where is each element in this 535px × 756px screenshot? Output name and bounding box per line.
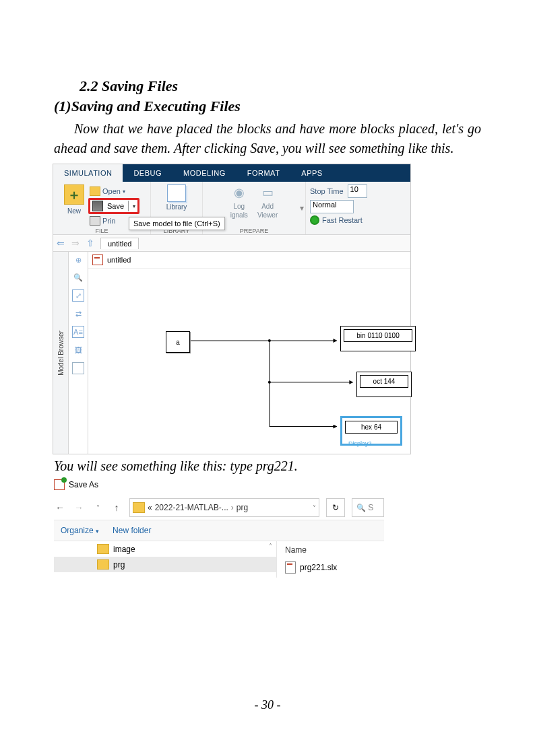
save-tooltip: Save model to file (Ctrl+S) bbox=[129, 217, 225, 230]
folder-tree: image ˄ prg bbox=[54, 541, 277, 578]
stoptime-input[interactable]: 10 bbox=[348, 184, 367, 198]
path-segment-2[interactable]: prg bbox=[237, 503, 248, 512]
body-paragraph-2: You will see something like this: type p… bbox=[54, 458, 481, 474]
sim-mode-select[interactable]: Normal bbox=[310, 200, 354, 213]
path-prefix: « bbox=[148, 503, 152, 512]
nav-up-icon[interactable]: ↑ bbox=[111, 502, 123, 513]
box-icon[interactable] bbox=[72, 362, 84, 374]
page-number: - 30 - bbox=[0, 698, 535, 712]
library-label: Library bbox=[166, 203, 187, 211]
new-label: New bbox=[67, 207, 81, 215]
fit-icon[interactable]: ⤢ bbox=[72, 289, 84, 302]
tab-apps[interactable]: APPS bbox=[290, 164, 333, 182]
ribbon: ＋ New Open ▾ Save ▾ bbox=[53, 182, 410, 235]
zoom-icon[interactable]: 🔍 bbox=[73, 272, 84, 283]
tab-modeling[interactable]: MODELING bbox=[172, 164, 237, 182]
chevron-down-icon[interactable]: ▾ bbox=[300, 203, 304, 213]
model-browser-sidebar[interactable]: Model Browser bbox=[53, 252, 69, 454]
model-canvas[interactable]: untitled a bin bbox=[88, 252, 410, 454]
tab-simulation[interactable]: SIMULATION bbox=[53, 164, 123, 182]
folder-icon bbox=[90, 186, 100, 196]
display-block-2[interactable]: oct 144 bbox=[356, 372, 412, 397]
save-disk-icon bbox=[92, 201, 103, 211]
annotation-icon[interactable]: A≡ bbox=[72, 326, 84, 338]
tree-item-label: prg bbox=[113, 560, 125, 570]
simulink-screenshot: SIMULATION DEBUG MODELING FORMAT APPS ＋ … bbox=[53, 164, 411, 454]
nav-back-icon[interactable]: ← bbox=[54, 502, 66, 513]
stoptime-label: Stop Time bbox=[310, 187, 344, 195]
organize-menu[interactable]: Organize ▾ bbox=[61, 526, 99, 535]
ribbon-tabstrip: SIMULATION DEBUG MODELING FORMAT APPS bbox=[53, 164, 410, 182]
svg-point-4 bbox=[268, 339, 271, 342]
nav-forward-icon: ⇒ bbox=[68, 238, 83, 248]
model-tab[interactable]: untitled bbox=[100, 238, 139, 249]
fast-restart-label[interactable]: Fast Restart bbox=[322, 216, 363, 224]
folder-icon bbox=[133, 502, 145, 513]
tree-item-prg[interactable]: prg bbox=[54, 557, 276, 572]
path-bar[interactable]: « 2022-21-MATLAB-... › prg ˅ bbox=[129, 498, 319, 517]
log-label-sub: ignals bbox=[230, 211, 248, 219]
add-label-sub: Viewer bbox=[257, 211, 278, 219]
display-block-1[interactable]: bin 0110 0100 bbox=[340, 326, 416, 351]
chevron-up-icon: ˄ bbox=[269, 543, 272, 550]
nav-back-icon[interactable]: ⇐ bbox=[53, 238, 68, 248]
chevron-down-icon[interactable]: ▾ bbox=[133, 203, 135, 209]
log-signals-icon[interactable]: ◉ bbox=[231, 184, 247, 201]
display-value-2: oct 144 bbox=[360, 375, 408, 388]
sub-heading: (1)Saving and Executing Files bbox=[54, 98, 481, 115]
save-as-title: Save As bbox=[69, 480, 98, 489]
svg-point-5 bbox=[268, 381, 271, 384]
refresh-button[interactable]: ↻ bbox=[326, 498, 345, 517]
add-label: Add bbox=[261, 203, 274, 210]
tab-debug[interactable]: DEBUG bbox=[123, 164, 172, 182]
tab-format[interactable]: FORMAT bbox=[237, 164, 291, 182]
model-file-icon bbox=[92, 254, 103, 265]
image-icon[interactable]: 🖼 bbox=[73, 345, 84, 355]
simulate-panel: Stop Time 10 Normal Fast Restart bbox=[306, 182, 371, 234]
chevron-down-icon[interactable]: ˅ bbox=[313, 504, 316, 512]
tree-item-label: image bbox=[113, 545, 135, 554]
library-icon[interactable] bbox=[167, 184, 186, 202]
nav-forward-icon: → bbox=[73, 502, 85, 513]
display-value-3: hex 64 bbox=[345, 421, 398, 434]
search-placeholder: S bbox=[368, 503, 373, 512]
log-label: Log bbox=[233, 203, 245, 210]
path-segment-1[interactable]: 2022-21-MATLAB-... bbox=[155, 503, 228, 512]
section-heading: 2.2 Saving Files bbox=[80, 77, 481, 95]
display-value-1: bin 0110 0100 bbox=[344, 329, 412, 342]
save-as-icon bbox=[54, 479, 65, 490]
constant-block[interactable]: a bbox=[166, 331, 190, 353]
new-file-icon[interactable]: ＋ bbox=[64, 184, 84, 205]
new-folder-button[interactable]: New folder bbox=[113, 526, 151, 535]
display-block-3-label: Display2 bbox=[348, 440, 372, 447]
save-as-dialog: Save As ← → ˅ ↑ « 2022-21-MATLAB-... › p… bbox=[54, 478, 384, 578]
tool-palette: ⊕ 🔍 ⤢ ⇄ A≡ 🖼 bbox=[69, 252, 88, 454]
open-label: Open bbox=[102, 187, 121, 195]
file-name: prg221.slx bbox=[300, 563, 337, 572]
slx-file-icon bbox=[285, 561, 296, 574]
target-icon[interactable]: ⊕ bbox=[73, 254, 84, 265]
model-name: untitled bbox=[107, 256, 131, 264]
file-list-item[interactable]: prg221.slx bbox=[285, 561, 337, 574]
breadcrumb-bar: ⇐ ⇒ ⇧ untitled bbox=[53, 235, 410, 252]
add-viewer-icon[interactable]: ▭ bbox=[259, 184, 276, 201]
model-browser-label: Model Browser bbox=[57, 331, 65, 376]
open-button[interactable]: Open ▾ bbox=[88, 186, 139, 197]
print-label: Prin bbox=[102, 217, 116, 225]
save-label: Save bbox=[107, 202, 124, 210]
column-header-name[interactable]: Name bbox=[285, 545, 337, 555]
arrows-icon[interactable]: ⇄ bbox=[73, 308, 84, 319]
folder-icon bbox=[97, 544, 109, 554]
body-paragraph-1: Now that we have placed the blocks and h… bbox=[54, 119, 481, 158]
folder-icon bbox=[97, 559, 109, 570]
chevron-down-icon: ▾ bbox=[123, 188, 125, 195]
search-input[interactable]: 🔍 S bbox=[352, 498, 384, 517]
chevron-down-icon[interactable]: ˅ bbox=[92, 504, 104, 512]
tree-item-image[interactable]: image ˄ bbox=[54, 541, 276, 557]
fast-restart-icon bbox=[310, 215, 319, 225]
save-button[interactable]: Save ▾ bbox=[88, 198, 139, 214]
nav-up-icon[interactable]: ⇧ bbox=[83, 238, 98, 248]
print-icon bbox=[90, 216, 100, 226]
